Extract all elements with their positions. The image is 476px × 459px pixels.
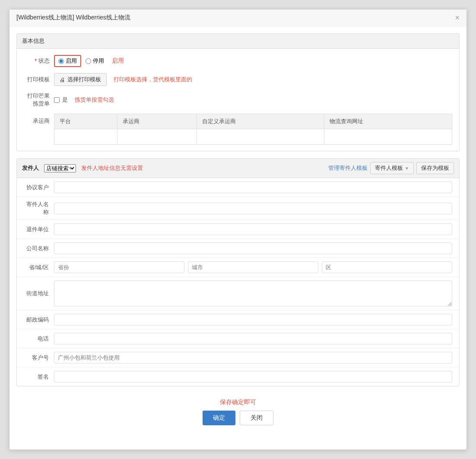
print-mango-row: 打印芒果拣货单 是 拣货单按需勾选 [24,92,452,108]
dialog-close-button[interactable]: × [455,14,460,22]
carrier-table: 平台 承运商 自定义承运商 物流查询网址 [54,114,452,145]
sender-actions: 管理寄件人模板 寄件人模板 ▼ 保存为模板 [328,162,454,174]
customer-number-row: 客户号 [17,348,459,367]
carrier-col-track: 物流查询网址 [324,114,452,129]
province-input[interactable] [54,261,184,273]
print-mango-checkbox[interactable] [54,97,60,103]
dialog-title-bar: [Wildberries线上物流] Wildberries线上物流 × [10,10,466,26]
postal-code-label: 邮政编码 [24,316,54,324]
return-unit-input[interactable] [54,223,452,235]
agreement-customer-input[interactable] [54,182,452,193]
status-label: 状态 [24,57,54,65]
status-enable-option[interactable]: 启用 [54,55,81,67]
footer-buttons: 确定 关闭 [15,411,461,425]
print-template-label: 打印模板 [24,76,54,83]
manage-template-link[interactable]: 管理寄件人模板 [328,164,368,172]
province-city-inputs [54,261,452,273]
sender-name-row: 寄件人名称 [17,197,459,220]
status-disable-option[interactable]: 停用 [86,57,104,65]
basic-info-title: 基本信息 [22,38,44,44]
customer-number-label: 客户号 [24,354,54,362]
main-dialog: [Wildberries线上物流] Wildberries线上物流 × 基本信息… [9,9,467,450]
print-template-row: 打印模板 选择打印模板 打印模板选择，货代模板里面的 [24,73,452,86]
sender-title: 发件人 [22,164,39,172]
sender-body: 协议客户 寄件人名称 退件单位 公司名称 省/城/区 [17,178,459,386]
province-city-row: 省/城/区 [17,258,459,277]
return-unit-row: 退件单位 [17,220,459,239]
sender-search-wrapper: 店铺搜索 [44,164,76,172]
status-row: 状态 启用 停用 启用 [24,55,452,67]
print-mango-label: 打印芒果拣货单 [24,92,54,108]
return-unit-label: 退件单位 [24,226,54,233]
signature-input[interactable] [54,371,452,382]
status-disable-radio[interactable] [86,58,91,64]
printer-icon [60,76,65,83]
sender-name-input[interactable] [54,203,452,214]
sender-hint: 发件人地址信息无需设置 [81,164,143,172]
customer-number-input[interactable] [54,352,452,363]
street-address-input[interactable] [54,280,452,306]
select-print-template-label: 选择打印模板 [67,76,101,83]
basic-info-header: 基本信息 [17,34,459,49]
street-address-label: 街道地址 [24,290,54,297]
sender-section: 发件人 店铺搜索 发件人地址信息无需设置 管理寄件人模板 寄件人模板 ▼ 保存为… [16,158,460,386]
template-label: 寄件人模板 [375,164,403,172]
dialog-title: [Wildberries线上物流] Wildberries线上物流 [16,14,130,22]
company-name-row: 公司名称 [17,239,459,258]
carrier-col-carrier: 承运商 [117,114,197,129]
street-address-row: 街道地址 [17,277,459,310]
sender-search-select[interactable]: 店铺搜索 [44,164,76,172]
status-enable-radio[interactable] [58,58,64,64]
basic-info-section: 基本信息 状态 启用 停用 启用 [16,33,460,151]
status-enable-label: 启用 [66,57,77,65]
company-name-input[interactable] [54,242,452,254]
carrier-col-custom: 自定义承运商 [197,114,324,129]
phone-input[interactable] [54,333,452,344]
sender-name-label: 寄件人名称 [24,201,54,216]
signature-row: 签名 [17,367,459,386]
agreement-customer-row: 协议客户 [17,178,459,197]
carrier-label: 承运商 [24,114,54,125]
district-input[interactable] [322,261,452,273]
confirm-button[interactable]: 确定 [203,411,235,425]
select-print-template-button[interactable]: 选择打印模板 [54,73,107,86]
phone-row: 电话 [17,329,459,348]
close-button[interactable]: 关闭 [240,411,273,425]
print-mango-hint: 拣货单按需勾选 [75,96,114,104]
phone-label: 电话 [24,335,54,343]
company-name-label: 公司名称 [24,245,54,252]
sender-header: 发件人 店铺搜索 发件人地址信息无需设置 管理寄件人模板 寄件人模板 ▼ 保存为… [17,159,459,178]
postal-code-input[interactable] [54,314,452,325]
status-current-value: 启用 [112,57,124,65]
city-input[interactable] [188,261,318,273]
carrier-row: 承运商 平台 承运商 自定义承运商 物流查询网址 [24,114,452,145]
signature-label: 签名 [24,373,54,381]
is-label: 是 [62,96,68,104]
footer-hint: 保存确定即可 [15,398,461,406]
dialog-body: 基本信息 状态 启用 停用 启用 [10,26,466,393]
dialog-footer: 保存确定即可 确定 关闭 [10,393,466,430]
print-template-hint: 打印模板选择，货代模板里面的 [114,76,192,83]
province-city-label: 省/城/区 [24,264,54,271]
basic-info-body: 状态 启用 停用 启用 打印模板 [17,49,459,151]
template-chevron-icon: ▼ [405,166,409,171]
postal-code-row: 邮政编码 [17,310,459,329]
save-template-button[interactable]: 保存为模板 [416,162,454,174]
carrier-table-row [54,129,452,145]
status-disable-label: 停用 [93,57,104,65]
agreement-customer-label: 协议客户 [24,184,54,191]
carrier-col-platform: 平台 [54,114,117,129]
status-radio-group: 启用 停用 启用 [54,55,124,67]
template-dropdown-button[interactable]: 寄件人模板 ▼ [370,162,414,174]
